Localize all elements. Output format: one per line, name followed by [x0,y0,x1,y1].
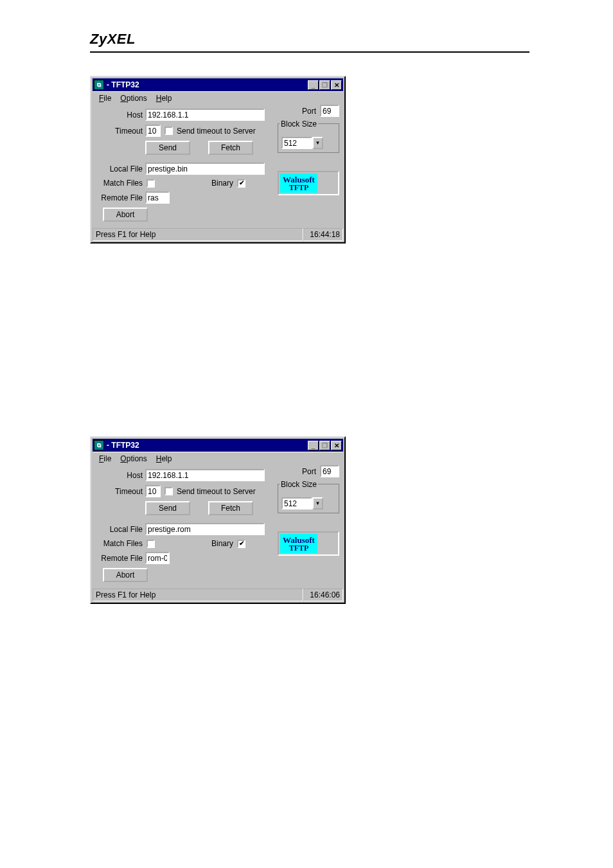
abort-button[interactable]: Abort [103,208,148,222]
close-icon: ✕ [334,442,339,449]
menu-options[interactable]: Options [118,454,149,464]
abort-button[interactable]: Abort [103,568,148,582]
walusoft-logo-line2: TFTP [281,544,316,552]
restore-button: ❐ [319,441,330,450]
send-timeout-label: Send timeout to Server [177,487,256,496]
port-input[interactable] [320,465,339,477]
port-label: Port [302,107,316,116]
statusbar: Press F1 for Help 16:46:06 [93,589,343,601]
block-size-group: Block Size 512 ▼ [278,484,339,513]
restore-icon: ❐ [322,442,328,449]
fetch-button[interactable]: Fetch [208,501,253,515]
minimize-icon: _ [312,82,315,89]
send-timeout-label: Send timeout to Server [177,127,256,136]
close-icon: ✕ [334,82,339,89]
binary-checkbox[interactable]: ✔ [237,179,245,188]
host-label: Host [96,111,143,120]
remote-file-label: Remote File [96,193,143,202]
check-icon: ✔ [239,180,244,186]
menu-options[interactable]: Options [118,93,149,103]
statusbar: Press F1 for Help 16:44:18 [93,228,343,241]
titlebar[interactable]: ⧉ - TFTP32 _ ❐ ✕ [93,439,343,452]
local-file-input[interactable] [145,163,265,175]
minimize-button[interactable]: _ [308,441,319,450]
menubar: File Options Help [93,91,343,105]
binary-label: Binary [211,539,233,548]
chevron-down-icon: ▼ [315,140,321,146]
tftp32-window-2: ⧉ - TFTP32 _ ❐ ✕ File Options Help Host … [90,436,346,604]
menubar: File Options Help [93,452,343,465]
block-size-label: Block Size [280,480,318,489]
binary-label: Binary [211,179,233,188]
menu-file[interactable]: File [96,93,114,103]
titlebar[interactable]: ⧉ - TFTP32 _ ❐ ✕ [93,78,343,91]
block-size-group: Block Size 512 ▼ [278,123,339,153]
block-size-dropdown-button[interactable]: ▼ [312,497,323,509]
send-timeout-checkbox[interactable] [164,487,173,495]
timeout-input[interactable] [145,125,161,137]
match-files-checkbox[interactable] [147,540,155,548]
timeout-label: Timeout [96,487,143,496]
timeout-input[interactable] [145,485,161,497]
block-size-dropdown-button[interactable]: ▼ [312,137,323,149]
window-title: - TFTP32 [107,80,307,89]
app-icon: ⧉ [94,440,104,450]
walusoft-logo: Walusoft TFTP [278,171,339,195]
status-message: Press F1 for Help [93,228,303,241]
tftp32-window-1: ⧉ - TFTP32 _ ❐ ✕ File Options Help Host … [90,76,346,244]
block-size-select[interactable]: 512 [281,497,312,509]
port-input[interactable] [320,105,339,117]
brand-logo: ZyXEL [90,31,136,47]
walusoft-logo: Walusoft TFTP [278,531,339,556]
local-file-label: Local File [96,164,143,173]
host-input[interactable] [145,109,265,121]
app-icon: ⧉ [94,80,104,90]
match-files-label: Match Files [96,539,143,548]
local-file-label: Local File [96,525,143,534]
minimize-icon: _ [312,442,315,449]
close-button[interactable]: ✕ [331,441,342,450]
remote-file-input[interactable] [145,552,170,564]
fetch-button[interactable]: Fetch [208,141,253,155]
status-time: 16:44:18 [303,228,343,241]
match-files-label: Match Files [96,179,143,188]
status-time: 16:46:06 [303,589,343,601]
remote-file-input[interactable] [145,191,170,204]
chevron-down-icon: ▼ [315,500,321,506]
port-label: Port [302,467,316,476]
restore-button: ❐ [319,80,330,90]
send-button[interactable]: Send [145,501,190,515]
host-input[interactable] [145,469,265,481]
window-title: - TFTP32 [107,441,307,450]
block-size-select[interactable]: 512 [281,137,312,149]
remote-file-label: Remote File [96,554,143,563]
status-message: Press F1 for Help [93,589,303,601]
page-header: ZyXEL [90,31,529,53]
block-size-label: Block Size [280,120,318,128]
check-icon: ✔ [239,540,244,547]
send-button[interactable]: Send [145,141,190,155]
host-label: Host [96,471,143,480]
match-files-checkbox[interactable] [147,179,155,188]
minimize-button[interactable]: _ [308,80,319,90]
local-file-input[interactable] [145,523,265,535]
menu-help[interactable]: Help [154,454,175,464]
binary-checkbox[interactable]: ✔ [237,540,245,548]
close-button[interactable]: ✕ [331,80,342,90]
walusoft-logo-line2: TFTP [281,184,316,191]
restore-icon: ❐ [322,82,328,89]
menu-file[interactable]: File [96,454,114,464]
menu-help[interactable]: Help [154,93,175,103]
send-timeout-checkbox[interactable] [164,127,173,135]
timeout-label: Timeout [96,127,143,136]
